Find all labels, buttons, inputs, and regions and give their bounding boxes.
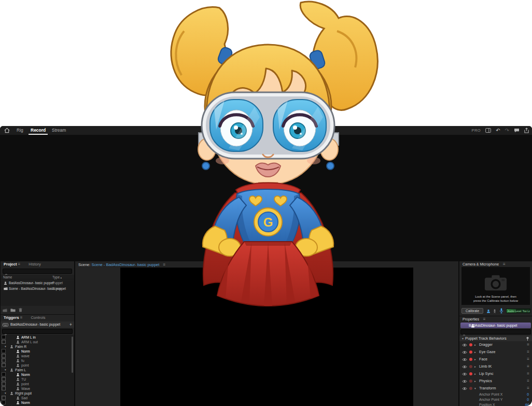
behavior-row[interactable]: Physics ≡ [459,377,532,385]
project-row-puppet[interactable]: BadAssDinosaur- basic puppet Puppet [1,280,74,286]
selected-puppet-row[interactable]: BadAssDinosaur- basic puppet [460,323,531,328]
behavior-menu-icon[interactable]: ≡ [527,370,529,377]
trigger-tree-item[interactable]: ▾ Sad [1,396,74,400]
tab-record[interactable]: Record [29,126,48,135]
share-icon[interactable] [524,128,529,133]
column-type-sort[interactable]: Type [52,275,62,279]
eye-icon[interactable] [462,372,467,376]
scene-tab-link[interactable]: Scene - BadAssDinosaur- basic puppet [91,262,159,267]
behavior-row[interactable]: Lip Sync ≡ [459,370,532,377]
chevron-icon[interactable] [474,341,476,348]
param-row[interactable]: Anchor Point X 0 [459,392,532,397]
trigger-swatch[interactable] [2,363,6,367]
trigger-swatch[interactable] [2,372,6,376]
project-row-scene[interactable]: Scene - BadAssDinosaur- basic puppet Sce… [1,286,74,291]
chevron-icon[interactable] [474,370,476,377]
arm-for-record-dot[interactable] [469,380,472,383]
properties-search-input[interactable] [460,329,531,334]
trigger-swatch[interactable] [2,354,6,358]
delete-icon[interactable] [19,308,22,312]
param-value[interactable]: 0 [527,392,529,397]
chevron-icon[interactable] [474,377,476,385]
trigger-tree-item[interactable]: ▾ Right pupil [1,391,74,396]
new-folder-icon[interactable] [10,308,16,312]
trigger-swatch[interactable] [2,396,6,400]
behavior-menu-icon[interactable]: ≡ [527,341,529,348]
tab-rig[interactable]: Rig [15,126,25,135]
redo-icon[interactable]: ↷ [505,126,509,135]
trigger-swatch[interactable] [2,349,6,353]
arm-for-record-dot[interactable] [469,387,472,390]
behavior-row[interactable]: Eye Gaze ≡ [459,348,532,356]
panel-menu-icon[interactable]: ≡ [18,262,21,267]
trigger-tree-item[interactable]: ▾ TU [1,377,74,382]
face-tracking-icon[interactable] [486,309,491,314]
column-name[interactable]: Name [3,275,12,279]
trigger-swatch[interactable] [2,377,6,381]
tab-project[interactable]: Project ≡ [4,262,20,267]
trigger-swatch[interactable] [2,382,6,386]
calibrate-button[interactable]: Calibrate [461,308,483,314]
tab-history[interactable]: History [29,262,40,267]
chevron-down-icon[interactable]: ▾ [5,344,6,349]
chevron-icon[interactable] [474,348,476,356]
trigger-tree-item[interactable]: ▾ ARM L in [1,335,74,340]
tree-scrollbar[interactable] [72,337,73,373]
param-row[interactable]: Anchor Point Y 0 [459,397,532,402]
behavior-row[interactable]: Limb IK ≡ [459,363,532,370]
param-value[interactable]: 0 [527,397,529,402]
trigger-tree-item[interactable]: ▾ point [1,363,74,368]
trigger-swatch[interactable] [2,400,6,404]
trigger-swatch[interactable] [2,335,6,339]
eye-icon[interactable] [462,358,467,361]
triggers-search-input[interactable] [2,329,73,334]
eye-icon[interactable] [462,380,467,383]
trigger-tree-item[interactable]: ▾ Norm [1,349,74,354]
microphone-icon[interactable] [499,308,503,314]
param-value[interactable]: 44 [525,402,529,406]
arm-for-record-dot[interactable] [469,358,472,361]
trigger-tree-item[interactable]: ▾ Norm [1,372,74,377]
trigger-swatch[interactable] [2,340,6,344]
behavior-menu-icon[interactable]: ≡ [527,356,529,363]
new-scene-icon[interactable] [3,309,7,312]
panel-menu-icon[interactable]: ≡ [20,315,23,320]
panel-menu-icon[interactable]: ≡ [503,262,506,267]
eye-icon[interactable] [462,365,467,369]
trigger-tree-item[interactable]: ▾ Palm R [1,344,74,349]
arm-for-record-dot[interactable] [469,343,472,346]
eye-icon[interactable] [462,351,467,354]
behavior-menu-icon[interactable]: ≡ [527,385,529,392]
behavior-menu-icon[interactable]: ≡ [527,363,529,370]
tab-stream[interactable]: Stream [50,126,68,135]
eye-icon[interactable] [462,343,467,347]
body-tracking-icon[interactable] [493,309,497,314]
behavior-row[interactable]: Dragger ≡ [459,341,532,348]
tab-controls[interactable]: Controls [31,315,45,320]
behaviors-section-header[interactable]: Puppet Track Behaviors [459,335,532,341]
behavior-menu-icon[interactable]: ≡ [527,348,529,356]
trigger-tree-item[interactable]: ▾ ARM L out [1,340,74,344]
trigger-tree-item[interactable]: ▾ Norm [1,400,74,405]
home-icon[interactable] [4,128,10,133]
add-trigger-button[interactable]: + [69,321,72,328]
trigger-tree-item[interactable]: ▾ Palm L [1,368,74,372]
arm-for-record-dot[interactable] [469,351,472,354]
chevron-icon[interactable] [474,356,476,363]
trigger-swatch[interactable] [2,358,6,362]
chevron-down-icon[interactable]: ▾ [5,391,6,396]
param-row[interactable]: Position X 44 [459,402,532,406]
behavior-menu-icon[interactable]: ≡ [527,377,529,385]
pin-icon[interactable] [526,337,529,341]
undo-icon[interactable]: ↶ [496,126,500,135]
panel-menu-icon[interactable]: ≡ [483,317,486,321]
chevron-down-icon[interactable]: ▾ [5,368,6,372]
workspace-icon[interactable] [485,128,491,133]
tab-triggers[interactable]: Triggers ≡ [4,315,22,320]
trigger-swatch[interactable] [2,386,6,390]
behavior-row[interactable]: Transform ≡ [459,385,532,392]
project-search-input[interactable] [3,269,72,274]
trigger-tree-item[interactable]: ▾ wave [1,354,74,358]
chevron-icon[interactable] [474,385,476,392]
arm-for-record-dot[interactable] [469,372,472,375]
